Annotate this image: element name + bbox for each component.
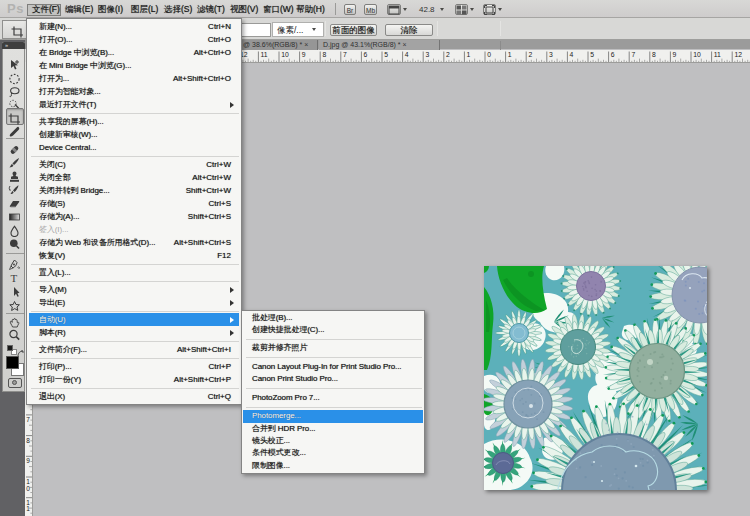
svg-text:6: 6 — [611, 51, 615, 58]
svg-text:9: 9 — [26, 457, 30, 464]
svg-text:7: 7 — [26, 416, 30, 423]
svg-text:8: 8 — [322, 51, 326, 58]
svg-text:3: 3 — [425, 51, 429, 58]
svg-text:T: T — [11, 272, 18, 284]
svg-text:9: 9 — [673, 51, 677, 58]
svg-text:0: 0 — [26, 485, 30, 492]
svg-text:11: 11 — [714, 51, 721, 58]
svg-text:5: 5 — [384, 51, 388, 58]
svg-text:6: 6 — [364, 51, 368, 58]
svg-text:9: 9 — [302, 51, 306, 58]
svg-text:1: 1 — [508, 51, 512, 58]
svg-text:4: 4 — [405, 51, 409, 58]
svg-text:0: 0 — [487, 51, 491, 58]
svg-text:4: 4 — [570, 51, 574, 58]
svg-text:10: 10 — [281, 51, 289, 58]
svg-text:3: 3 — [549, 51, 553, 58]
svg-text:10: 10 — [693, 51, 701, 58]
svg-text:5: 5 — [590, 51, 594, 58]
svg-text:11: 11 — [261, 51, 268, 58]
svg-text:2: 2 — [528, 51, 532, 58]
svg-text:7: 7 — [343, 51, 347, 58]
svg-text:1: 1 — [467, 51, 471, 58]
svg-text:8: 8 — [26, 437, 30, 444]
svg-text:8: 8 — [652, 51, 656, 58]
svg-text:7: 7 — [631, 51, 635, 58]
svg-text:12: 12 — [734, 51, 742, 58]
svg-text:1: 1 — [26, 505, 30, 512]
svg-text:2: 2 — [446, 51, 450, 58]
